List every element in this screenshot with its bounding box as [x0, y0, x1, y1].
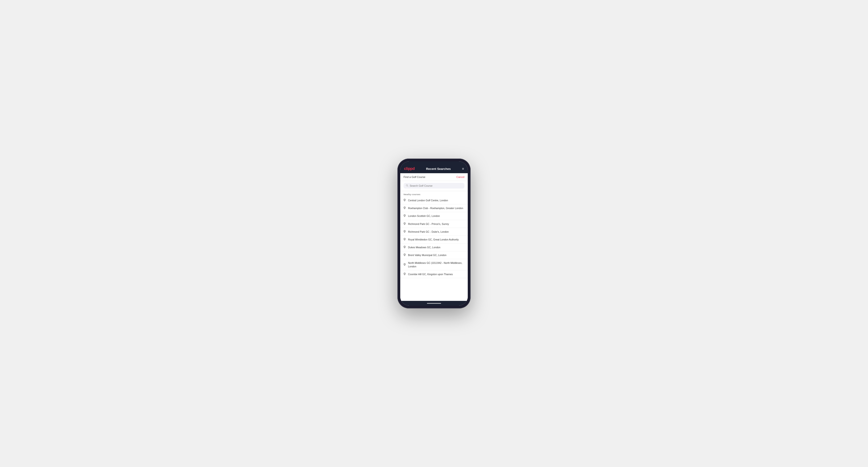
- search-input[interactable]: [410, 184, 462, 187]
- course-item-3[interactable]: London Scottish GC, London: [400, 212, 468, 220]
- header-title: Recent Searches: [426, 167, 451, 170]
- pin-icon-1: [404, 199, 406, 202]
- nearby-section-header: Nearby courses: [400, 191, 468, 196]
- course-item-6[interactable]: Royal Wimbledon GC, Great London Authori…: [400, 236, 468, 244]
- home-bar: [427, 303, 441, 304]
- course-item-7[interactable]: Dukes Meadows GC, London: [400, 244, 468, 251]
- course-item-5[interactable]: Richmond Park GC - Duke's, London: [400, 228, 468, 236]
- course-name-2: Roehampton Club - Roehampton, Greater Lo…: [408, 207, 463, 210]
- find-label: Find a Golf Course: [404, 176, 425, 178]
- course-item-9[interactable]: North Middlesex GC (1011942 - North Midd…: [400, 259, 468, 270]
- course-name-6: Royal Wimbledon GC, Great London Authori…: [408, 238, 459, 241]
- find-bar: Find a Golf Course Cancel: [400, 173, 468, 181]
- pin-icon-7: [404, 246, 406, 249]
- search-box: [404, 183, 464, 189]
- search-icon: [406, 184, 408, 187]
- course-item-1[interactable]: Central London Golf Centre, London: [400, 196, 468, 205]
- pin-icon-8: [404, 253, 406, 257]
- course-item-2[interactable]: Roehampton Club - Roehampton, Greater Lo…: [400, 205, 468, 212]
- home-indicator: [400, 301, 468, 306]
- pin-icon-5: [404, 230, 406, 234]
- pin-icon-6: [404, 238, 406, 241]
- course-name-5: Richmond Park GC - Duke's, London: [408, 230, 448, 234]
- pin-icon-2: [404, 207, 406, 210]
- search-container: [400, 181, 468, 191]
- course-name-10: Coombe Hill GC, Kingston upon Thames: [408, 273, 453, 276]
- app-logo: clippd: [404, 166, 415, 171]
- course-name-9: North Middlesex GC (1011942 - North Midd…: [408, 261, 464, 268]
- svg-line-1: [408, 186, 408, 187]
- content-area: Find a Golf Course Cancel Nearby: [400, 173, 468, 301]
- phone-screen: clippd Recent Searches ≡ Find a Golf Cou…: [400, 161, 468, 306]
- status-bar: [400, 161, 468, 165]
- course-item-8[interactable]: Brent Valley Municipal GC, London: [400, 251, 468, 259]
- menu-icon[interactable]: ≡: [462, 167, 464, 170]
- phone-frame: clippd Recent Searches ≡ Find a Golf Cou…: [397, 159, 471, 308]
- cancel-button[interactable]: Cancel: [457, 176, 464, 178]
- course-name-1: Central London Golf Centre, London: [408, 199, 448, 202]
- app-header: clippd Recent Searches ≡: [400, 165, 468, 173]
- courses-list: Nearby courses Central London Golf Centr…: [400, 191, 468, 301]
- course-name-7: Dukes Meadows GC, London: [408, 246, 440, 249]
- course-name-3: London Scottish GC, London: [408, 214, 440, 218]
- course-item-10[interactable]: Coombe Hill GC, Kingston upon Thames: [400, 271, 468, 278]
- course-name-8: Brent Valley Municipal GC, London: [408, 253, 446, 257]
- course-name-4: Richmond Park GC - Prince's, Surrey: [408, 222, 449, 226]
- pin-icon-3: [404, 214, 406, 218]
- pin-icon-10: [404, 273, 406, 276]
- pin-icon-9: [404, 263, 406, 267]
- pin-icon-4: [404, 222, 406, 226]
- course-item-4[interactable]: Richmond Park GC - Prince's, Surrey: [400, 220, 468, 228]
